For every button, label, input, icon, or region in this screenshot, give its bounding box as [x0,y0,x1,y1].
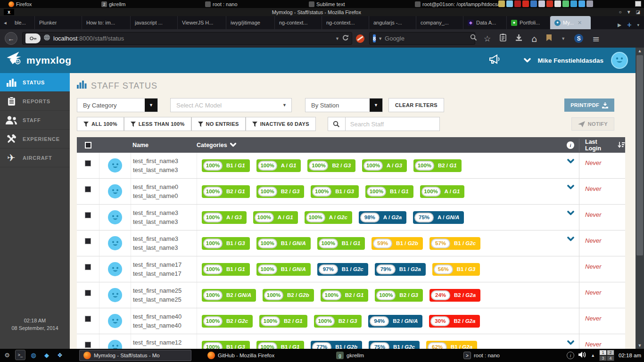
categories-column-header[interactable]: Categories [197,142,227,148]
tray-icon[interactable] [554,0,561,7]
user-menu-caret-icon[interactable] [524,56,531,65]
category-badge[interactable]: 77% B1 / G2b [311,341,362,349]
brand-logo[interactable]: mymxlog [7,52,72,69]
category-badge[interactable]: 100% A / G1 [256,159,301,172]
quick-filter-button[interactable]: LESS THAN 100% [124,117,191,131]
tray-icon[interactable] [514,0,521,7]
staff-avatar[interactable] [108,210,122,224]
workspace-cell[interactable]: 1 [599,350,607,355]
row-checkbox[interactable] [85,316,91,322]
browser-search-input[interactable] [385,35,468,42]
corner-widget[interactable] [635,1,641,7]
category-badge[interactable]: 56% B1 / G3 [432,263,480,276]
new-tab-button[interactable]: + [627,21,631,29]
row-checkbox[interactable] [85,238,91,244]
adblock-icon[interactable] [356,34,364,43]
user-avatar[interactable] [611,52,628,69]
taskbar-task[interactable]: GitHub - Mozilla Firefox [204,350,310,361]
category-badge[interactable]: 100% B1 / G1 [202,159,250,172]
ghostery-icon[interactable]: S [574,34,583,43]
sidebar-item-experience[interactable]: EXPERIENCE [0,130,70,148]
by-station-select[interactable]: By Station ▼ [305,98,383,112]
browser-tab[interactable]: ●Portfoli... [507,16,550,29]
category-badge[interactable]: 100% A / G1 [420,185,465,198]
row-expand-chevron-icon[interactable] [567,338,574,347]
name-column-header[interactable]: Name [131,142,197,148]
bookmark-star-icon[interactable]: ☆ [484,34,491,43]
taskbar-task[interactable]: g gkrellm [332,350,403,361]
row-expand-chevron-icon[interactable] [567,235,574,243]
staff-avatar[interactable] [108,158,122,173]
sidebar-item-staff[interactable]: STAFF [0,111,70,130]
sidebar-item-status[interactable]: STATUS [0,73,70,92]
tab-close-icon[interactable]: ✕ [578,20,582,26]
category-badge[interactable]: 100% B1 / G3 [311,185,359,198]
browser-search-bar[interactable]: 8 ▼ [369,32,475,45]
taskbar-up-arrow-icon[interactable]: ▲ [591,353,595,358]
panel-window-item[interactable]: root : nano [205,0,238,8]
terminal-launcher-icon[interactable]: >_ [15,350,25,360]
category-badge[interactable]: 30% B2 / G2a [429,315,480,328]
browser-tab[interactable]: ble... [10,16,35,29]
category-badge[interactable]: 100% B2 / G1 [259,315,307,328]
bookmarks-sidebar-icon[interactable] [546,34,552,43]
staff-avatar[interactable] [108,236,122,250]
blue-ring-icon[interactable]: ◍ [28,350,39,360]
category-badge[interactable]: 100% B2 / G1 [321,289,369,302]
identity-key-icon[interactable] [25,33,41,43]
browser-tab[interactable]: iwyg/jitimage [226,16,275,29]
categories-sort-caret-icon[interactable] [230,143,236,147]
search-engine-icon[interactable]: 8 [373,34,376,42]
category-badge[interactable]: 75% A / GN/A [413,211,464,224]
blue-book-icon[interactable]: ❖ [55,350,65,360]
taskbar-clock[interactable]: 02:18 am [619,353,641,358]
category-badge[interactable]: 75% B1 / G2c [369,341,420,349]
category-badge[interactable]: 100% B1 / G1 [317,237,365,250]
category-badge[interactable]: 100% B2 / G3 [314,315,362,328]
staff-avatar[interactable] [108,262,122,276]
browser-tab[interactable]: ◆Data A... [463,16,507,29]
browser-tab[interactable]: ng-context... [322,16,369,29]
category-badge[interactable]: 79% B1 / G2a [375,263,426,276]
tray-icon[interactable] [538,0,545,7]
menu-hamburger-icon[interactable]: ≡ [592,33,600,44]
panel-window-item[interactable]: Firefox [8,0,32,8]
ac-model-caret-icon[interactable]: ▼ [282,103,291,107]
tray-icon[interactable] [578,0,585,7]
category-badge[interactable]: 62% B1 / G2a [426,341,477,349]
volume-icon[interactable] [578,351,586,360]
browser-tab[interactable]: ng-context... [275,16,322,29]
tray-icon[interactable] [570,0,577,7]
staff-avatar[interactable] [108,314,122,328]
browser-tab[interactable]: javascript ... [131,16,178,29]
row-expand-chevron-icon[interactable] [567,209,574,217]
page-scrollbar[interactable]: ▲ ▼ [636,48,644,349]
sidebar-item-reports[interactable]: REPORTS [0,92,70,111]
browser-tab[interactable]: angularjs -... [369,16,416,29]
scroll-down-icon[interactable]: ▼ [636,342,644,349]
category-badge[interactable]: 100% B2 / G1 [202,185,250,198]
kde-gear-icon[interactable]: ⚙ [2,350,12,360]
sidebar-item-aircraft[interactable]: ✈ AIRCRAFT [0,148,70,167]
category-badge[interactable]: 98% A / G2a [359,211,406,224]
clipboard-icon[interactable] [500,33,506,43]
category-badge[interactable]: 100% A / G3 [202,211,247,224]
back-button[interactable]: ← [5,32,17,45]
staff-search-icon[interactable] [328,117,346,131]
workspace-cell[interactable]: 3 [599,355,607,361]
browser-tab[interactable]: Plunker [35,16,82,29]
blue-chat-icon[interactable]: ◆ [41,350,52,360]
category-badge[interactable]: 100% B1 / G3 [202,237,250,250]
category-badge[interactable]: 100% B1 / G1 [256,341,305,349]
scroll-up-icon[interactable]: ▲ [636,48,644,54]
browser-tab[interactable]: ✦My...✕ [550,16,591,29]
quick-filter-button[interactable]: ALL 100% [77,117,124,131]
quick-filter-button[interactable]: NO ENTRIES [191,117,246,131]
tray-icon[interactable] [498,0,505,7]
notification-info-icon[interactable]: i [567,352,574,359]
staff-avatar[interactable] [108,340,122,349]
user-name[interactable]: Mike Fenstiehldasdas [537,57,603,64]
search-engine-dropdown-icon[interactable]: ▼ [378,36,382,41]
taskbar-task[interactable]: > root : nano [460,350,535,361]
by-station-caret-icon[interactable]: ▼ [370,99,382,112]
